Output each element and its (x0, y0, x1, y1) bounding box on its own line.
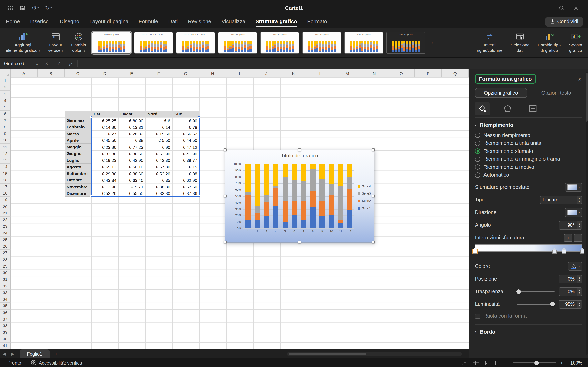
row-header-20[interactable]: 20 (0, 203, 11, 210)
month-cell[interactable]: Novembre (65, 184, 91, 190)
row-header-29[interactable]: 29 (0, 263, 11, 269)
value-cell[interactable]: € 62,90 (172, 177, 199, 183)
next-sheet-icon[interactable]: ▶ (9, 352, 17, 356)
gradient-type-select[interactable]: Lineare ▴▾ (540, 196, 582, 204)
fill-option-riempimento-sfumato[interactable]: Riempimento sfumato (475, 147, 582, 155)
table-header-cell[interactable]: Nord (145, 110, 172, 117)
value-cell[interactable]: € 14 (145, 124, 172, 130)
row-header-14[interactable]: 14 (0, 164, 11, 170)
ribbon-tab-formule[interactable]: Formule (139, 17, 158, 27)
month-cell[interactable]: Settembre (65, 170, 91, 177)
insert-function-button[interactable]: fx (65, 58, 77, 69)
brightness-input[interactable]: 95% ▴▾ (559, 300, 582, 309)
ribbon-tab-disegno[interactable]: Disegno (60, 17, 79, 27)
bar-segment[interactable] (255, 213, 260, 220)
slider-knob[interactable] (550, 302, 555, 307)
column-header-p[interactable]: P (415, 69, 442, 77)
bar-segment[interactable] (329, 164, 334, 184)
bar-segment[interactable] (310, 169, 315, 191)
row-header-9[interactable]: 9 (0, 131, 11, 137)
slider-knob[interactable] (516, 289, 521, 294)
embedded-chart[interactable]: Titolo del grafico 0%10%20%30%40%50%60%7… (225, 150, 374, 243)
gradient-angle-input[interactable]: 90° ▴▾ (559, 221, 582, 229)
fill-option-automatico[interactable]: Automatico (475, 171, 582, 179)
value-cell[interactable]: € 15,50 (145, 131, 172, 137)
bar-segment[interactable] (347, 178, 352, 189)
row-header-39[interactable]: 39 (0, 329, 11, 336)
stop-color-dropdown[interactable]: ▾ (568, 262, 582, 271)
switch-row-column-button[interactable]: Invertirighe/colonne (474, 29, 505, 56)
value-cell[interactable]: € 57,60 (172, 184, 199, 190)
column-header-a[interactable]: A (11, 69, 38, 77)
row-header-30[interactable]: 30 (0, 269, 11, 276)
legend-item[interactable]: Serie3 (358, 192, 371, 195)
row-header-36[interactable]: 36 (0, 309, 11, 316)
bar-segment[interactable] (273, 188, 278, 206)
row-header-28[interactable]: 28 (0, 256, 11, 263)
row-header-2[interactable]: 2 (0, 84, 11, 91)
value-cell[interactable]: € 47,12 (172, 144, 199, 150)
value-cell[interactable]: € 38 (118, 137, 145, 143)
value-cell[interactable]: € 15 (172, 164, 199, 170)
gallery-next-button[interactable]: › (429, 30, 435, 55)
row-header-33[interactable]: 33 (0, 290, 11, 296)
chart-legend[interactable]: Serie4Serie3Serie2Serie1 (358, 184, 371, 210)
bar-segment[interactable] (319, 164, 325, 179)
row-header-34[interactable]: 34 (0, 296, 11, 303)
bar-segment[interactable] (255, 206, 260, 213)
bar-segment[interactable] (329, 184, 334, 195)
bar-segment[interactable] (301, 201, 306, 220)
row-header-12[interactable]: 12 (0, 150, 11, 157)
month-cell[interactable]: Maggio (65, 144, 91, 150)
row-header-25[interactable]: 25 (0, 236, 11, 243)
stacked-bar[interactable] (264, 164, 269, 228)
column-header-c[interactable]: C (65, 69, 91, 77)
chart-style-thumbnail[interactable]: Titolo del grafico (134, 32, 173, 54)
month-cell[interactable]: Marzo (65, 131, 91, 137)
bar-segment[interactable] (282, 201, 288, 222)
bar-segment[interactable] (319, 216, 325, 228)
ribbon-tab-formato[interactable]: Formato (307, 17, 327, 27)
stacked-bar[interactable] (319, 164, 325, 228)
transparency-input[interactable]: 0% ▴▾ (559, 287, 582, 296)
bar-segment[interactable] (338, 220, 343, 224)
tab-opzioni-testo[interactable]: Opzioni testo (530, 88, 582, 98)
value-cell[interactable]: € 80,90 (118, 117, 145, 124)
value-cell[interactable]: € 39,77 (172, 157, 199, 164)
border-section-header[interactable]: › Bordo (475, 324, 582, 339)
search-icon[interactable] (559, 5, 565, 11)
legend-item[interactable]: Serie4 (358, 184, 371, 188)
normal-view-icon[interactable] (473, 360, 479, 365)
column-header-q[interactable]: Q (442, 69, 469, 77)
value-cell[interactable]: € 90 (145, 144, 172, 150)
chart-resize-handle[interactable] (372, 194, 375, 197)
row-header-37[interactable]: 37 (0, 316, 11, 323)
bar-segment[interactable] (273, 164, 278, 185)
value-cell[interactable]: € 23,90 (91, 144, 118, 150)
column-header-l[interactable]: L (307, 69, 334, 77)
row-header-11[interactable]: 11 (0, 144, 11, 150)
bar-segment[interactable] (310, 207, 315, 228)
stacked-bar[interactable] (282, 164, 288, 228)
value-cell[interactable]: € 9,71 (118, 184, 145, 190)
bar-segment[interactable] (292, 201, 297, 215)
move-chart-button[interactable]: Spostagrafico (567, 29, 585, 56)
page-break-preview-icon[interactable] (495, 360, 502, 365)
bar-segment[interactable] (245, 220, 251, 228)
chart-resize-handle[interactable] (298, 149, 301, 151)
fill-and-line-icon[interactable] (475, 102, 490, 115)
gradient-direction-dropdown[interactable]: ▾ (564, 208, 582, 217)
row-header-8[interactable]: 8 (0, 124, 11, 130)
bar-segment[interactable] (329, 215, 334, 228)
transparency-slider[interactable] (517, 291, 554, 292)
chart-resize-handle[interactable] (372, 149, 375, 151)
gradient-stop[interactable] (580, 250, 584, 254)
row-header-13[interactable]: 13 (0, 157, 11, 164)
fill-option-riempimento-a-tinta-unita[interactable]: Riempimento a tinta unita (475, 139, 582, 147)
fill-option-nessun-riempimento[interactable]: Nessun riempimento (475, 131, 582, 139)
bar-segment[interactable] (338, 186, 343, 220)
add-gradient-stop-button[interactable]: + (564, 234, 572, 242)
value-cell[interactable]: € 44,50 (172, 137, 199, 143)
zoom-out-button[interactable]: − (506, 360, 509, 366)
ribbon-tab-layout-di-pagina[interactable]: Layout di pagina (89, 17, 129, 27)
